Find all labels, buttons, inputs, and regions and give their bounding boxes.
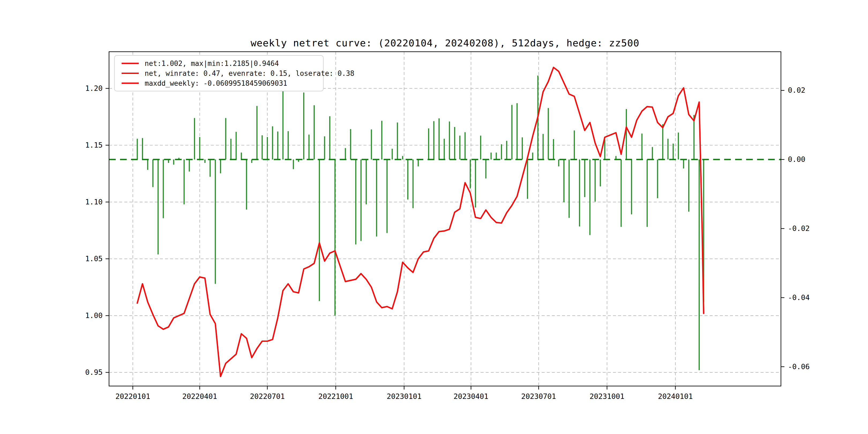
x-tick-label: 20230701 <box>521 392 556 401</box>
chart-title: weekly netret curve: (20220104, 20240208… <box>0 37 868 49</box>
y-right-tick-label: -0.02 <box>788 224 810 232</box>
legend-entry: net, winrate: 0.47, evenrate: 0.15, lose… <box>115 68 323 78</box>
y-left-tick-label: 1.10 <box>85 198 103 206</box>
legend-line-swatch <box>122 72 139 74</box>
legend-label: net:1.002, max|min:1.2185|0.9464 <box>145 60 279 67</box>
legend-entry: net:1.002, max|min:1.2185|0.9464 <box>115 58 323 68</box>
axes-frame <box>109 52 781 386</box>
x-tick-label: 20220701 <box>250 392 285 401</box>
y-right-tick-label: 0.02 <box>788 86 805 94</box>
y-right-tick-label: -0.04 <box>788 293 810 302</box>
legend-box[interactable]: net:1.002, max|min:1.2185|0.9464net, win… <box>114 55 323 91</box>
x-tick-label: 20240101 <box>658 392 693 401</box>
y-left-tick-label: 1.20 <box>85 84 103 92</box>
legend-line-swatch <box>122 83 139 84</box>
y-right-tick-label: -0.06 <box>788 363 810 371</box>
x-tick-label: 20230401 <box>454 392 488 401</box>
y-left-tick-label: 1.15 <box>85 141 103 149</box>
legend-line-swatch <box>122 63 139 64</box>
net-curve <box>137 67 704 377</box>
y-left-tick-label: 0.95 <box>85 368 103 376</box>
figure-canvas: { "chart_data": { "type": "line+bar", "t… <box>0 0 868 434</box>
x-tick-label: 20220401 <box>182 392 217 401</box>
legend-entry: maxdd_weekly: -0.06099518459069031 <box>115 78 323 88</box>
y-left-tick-label: 1.00 <box>85 311 103 320</box>
x-tick-label: 20231001 <box>590 392 624 401</box>
legend-label: net, winrate: 0.47, evenrate: 0.15, lose… <box>145 69 354 78</box>
x-tick-label: 20220101 <box>116 392 150 401</box>
legend-label: maxdd_weekly: -0.06099518459069031 <box>145 79 287 87</box>
y-right-tick-label: 0.00 <box>788 155 805 163</box>
x-tick-label: 20230101 <box>386 392 422 401</box>
y-left-tick-label: 1.05 <box>85 254 103 263</box>
x-tick-label: 20221001 <box>318 392 353 401</box>
